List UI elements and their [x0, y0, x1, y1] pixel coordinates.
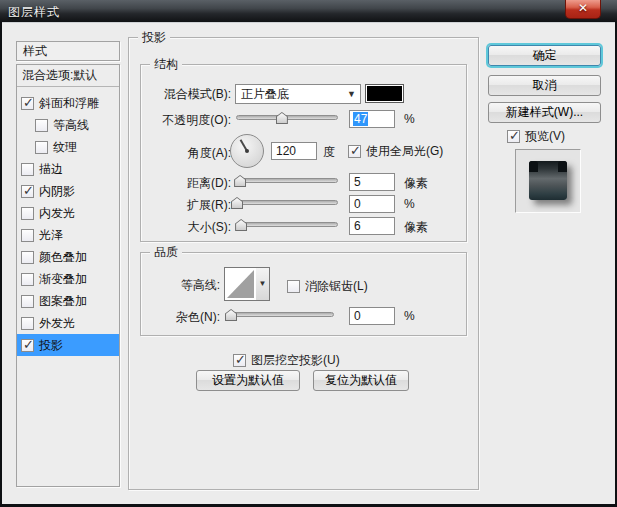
global-light-checkline[interactable]: 使用全局光(G)	[348, 143, 443, 160]
style-checkbox[interactable]	[21, 207, 34, 220]
blend-mode-row: 混合模式(B): 正片叠底 ▼	[141, 84, 460, 104]
slider-track	[230, 312, 334, 317]
style-checkbox[interactable]	[21, 97, 34, 110]
ok-button[interactable]: 确定	[488, 45, 601, 66]
spread-input[interactable]: 0	[349, 195, 395, 213]
style-checkbox[interactable]	[21, 185, 34, 198]
opacity-slider[interactable]	[236, 111, 338, 125]
noise-input[interactable]: 0	[349, 307, 395, 325]
spread-value: 0	[353, 197, 362, 211]
antialias-checkbox[interactable]	[287, 280, 300, 293]
slider-thumb[interactable]	[225, 309, 237, 321]
style-checkbox[interactable]	[21, 251, 34, 264]
slider-track	[236, 178, 338, 183]
antialias-label: 消除锯齿(L)	[305, 278, 368, 295]
angle-label: 角度(A):	[141, 145, 231, 162]
sidebar-item-纹理[interactable]: 纹理	[17, 136, 119, 158]
title-bar[interactable]: 图层样式 ✕	[0, 0, 617, 22]
knockout-checkbox[interactable]	[233, 354, 246, 367]
global-light-label: 使用全局光(G)	[366, 143, 443, 160]
noise-row: 杂色(N): 0 %	[141, 307, 460, 327]
antialias-checkline[interactable]: 消除锯齿(L)	[287, 278, 368, 295]
size-unit: 像素	[404, 219, 428, 236]
distance-row: 距离(D): 5 像素	[141, 173, 460, 193]
style-checkbox[interactable]	[35, 119, 48, 132]
opacity-input[interactable]: 47	[349, 110, 395, 128]
spread-unit: %	[404, 197, 415, 211]
spread-label: 扩展(R):	[141, 197, 231, 214]
preview-checkbox[interactable]	[507, 130, 520, 143]
global-light-checkbox[interactable]	[348, 145, 361, 158]
preview-shape-corner	[529, 161, 538, 172]
sidebar-item-等高线[interactable]: 等高线	[17, 114, 119, 136]
size-label: 大小(S):	[141, 219, 231, 236]
contour-label: 等高线:	[141, 277, 220, 294]
sidebar-item-内阴影[interactable]: 内阴影	[17, 180, 119, 202]
blend-mode-select[interactable]: 正片叠底 ▼	[235, 84, 361, 104]
new-style-button[interactable]: 新建样式(W)...	[488, 102, 601, 123]
slider-thumb[interactable]	[276, 112, 288, 124]
angle-input[interactable]: 120	[271, 142, 317, 160]
noise-unit: %	[404, 309, 415, 323]
slider-thumb[interactable]	[235, 219, 247, 231]
close-icon: ✕	[578, 1, 588, 15]
knockout-checkline[interactable]: 图层挖空投影(U)	[233, 352, 340, 369]
sidebar-item-label: 渐变叠加	[39, 271, 87, 288]
style-checkbox[interactable]	[21, 273, 34, 286]
style-checkbox[interactable]	[21, 339, 34, 352]
opacity-row: 不透明度(O): 47 %	[141, 110, 460, 130]
style-items: 斜面和浮雕 等高线 纹理 描边 内阴影	[17, 87, 119, 356]
close-button[interactable]: ✕	[565, 0, 601, 19]
style-checkbox[interactable]	[21, 163, 34, 176]
sidebar-item-斜面和浮雕[interactable]: 斜面和浮雕	[17, 92, 119, 114]
slider-thumb[interactable]	[234, 175, 246, 187]
cancel-button[interactable]: 取消	[488, 75, 601, 96]
noise-value: 0	[353, 309, 362, 323]
contour-picker[interactable]	[224, 267, 257, 301]
sidebar-item-内发光[interactable]: 内发光	[17, 202, 119, 224]
preview-thumbnail	[515, 149, 581, 213]
angle-dial[interactable]	[229, 133, 266, 170]
sidebar-item-外发光[interactable]: 外发光	[17, 312, 119, 334]
dialog-body: 样式 混合选项:默认 斜面和浮雕 等高线 纹理 描边	[2, 22, 615, 504]
sidebar-item-描边[interactable]: 描边	[17, 158, 119, 180]
size-input[interactable]: 6	[349, 217, 395, 235]
slider-thumb[interactable]	[231, 197, 243, 209]
window-title: 图层样式	[8, 4, 60, 21]
sidebar-item-图案叠加[interactable]: 图案叠加	[17, 290, 119, 312]
distance-input[interactable]: 5	[349, 173, 395, 191]
spread-slider[interactable]	[236, 196, 338, 210]
sidebar-item-投影[interactable]: 投影	[17, 334, 119, 356]
chevron-down-icon: ▼	[259, 279, 267, 288]
style-checkbox[interactable]	[21, 229, 34, 242]
sidebar-item-label: 内阴影	[39, 183, 75, 200]
style-checkbox[interactable]	[35, 141, 48, 154]
drop-shadow-group: 投影 结构 混合模式(B): 正片叠底 ▼ 不透明度(O):	[128, 37, 479, 490]
preview-label: 预览(V)	[525, 128, 565, 145]
sidebar-item-label: 投影	[39, 337, 63, 354]
distance-value: 5	[353, 175, 362, 189]
slider-track	[236, 200, 338, 205]
distance-slider[interactable]	[236, 174, 338, 188]
layer-style-window: 图层样式 ✕ 样式 混合选项:默认 斜面和浮雕 等高线 纹理	[0, 0, 617, 507]
opacity-value: 47	[353, 112, 368, 126]
sidebar-item-blending-options[interactable]: 混合选项:默认	[17, 65, 119, 87]
angle-unit: 度	[323, 144, 335, 161]
sidebar-item-颜色叠加[interactable]: 颜色叠加	[17, 246, 119, 268]
noise-slider[interactable]	[230, 308, 334, 322]
sidebar-item-label: 内发光	[39, 205, 75, 222]
blend-mode-label: 混合模式(B):	[141, 86, 231, 103]
reset-default-button[interactable]: 复位为默认值	[313, 370, 409, 391]
sidebar-item-渐变叠加[interactable]: 渐变叠加	[17, 268, 119, 290]
contour-dropdown-button[interactable]: ▼	[256, 267, 270, 301]
sidebar-item-光泽[interactable]: 光泽	[17, 224, 119, 246]
size-slider[interactable]	[236, 218, 338, 232]
sidebar-item-label: 颜色叠加	[39, 249, 87, 266]
sidebar-item-label: 斜面和浮雕	[39, 95, 99, 112]
opacity-unit: %	[404, 112, 415, 126]
preview-checkline[interactable]: 预览(V)	[507, 128, 565, 145]
style-checkbox[interactable]	[21, 317, 34, 330]
shadow-color-swatch[interactable]	[365, 84, 404, 103]
make-default-button[interactable]: 设置为默认值	[196, 370, 300, 391]
style-checkbox[interactable]	[21, 295, 34, 308]
